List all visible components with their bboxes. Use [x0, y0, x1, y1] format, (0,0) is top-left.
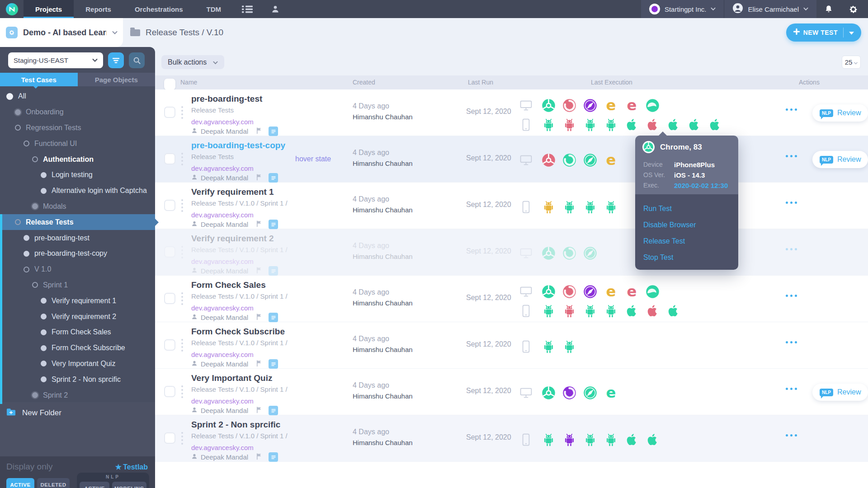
flag-icon[interactable] [256, 453, 262, 461]
edgec-browser-icon[interactable] [646, 285, 660, 299]
row-checkbox[interactable] [164, 246, 175, 258]
flag-icon[interactable] [256, 360, 262, 368]
android-device-icon[interactable] [542, 304, 556, 318]
apple-device-icon[interactable] [666, 117, 680, 131]
safari-browser-icon[interactable] [583, 386, 597, 400]
note-icon[interactable] [269, 127, 278, 136]
table-row-pre-boarding-test-copy[interactable]: pre-boarding-test-copyRelease Testsdev.a… [155, 136, 868, 183]
android-device-icon[interactable] [562, 339, 576, 353]
tree-item-onboarding[interactable]: Onboarding [0, 104, 155, 120]
edgec-browser-icon[interactable] [646, 99, 660, 113]
table-row-very-important-quiz[interactable]: Very Important QuizRelease Tests / V.1.0… [155, 369, 868, 415]
android-device-icon[interactable] [583, 117, 597, 131]
chrome-browser-icon[interactable] [542, 246, 556, 260]
review-button[interactable]: NLPReview [812, 384, 868, 401]
flag-icon[interactable] [256, 406, 262, 415]
tab-page-objects[interactable]: Page Objects [78, 73, 156, 86]
nav-tab-orchestrations[interactable]: Orchestrations [123, 0, 195, 18]
android-device-icon[interactable] [604, 432, 618, 446]
nav-tab-reports[interactable]: Reports [74, 0, 123, 18]
row-actions-menu[interactable] [786, 434, 797, 436]
safari-browser-icon[interactable] [583, 99, 597, 113]
row-checkbox[interactable] [164, 200, 175, 211]
safari-browser-icon[interactable] [583, 285, 597, 299]
safari-browser-icon[interactable] [583, 153, 597, 167]
firefox-browser-icon[interactable] [562, 246, 576, 260]
firefox-browser-icon[interactable] [562, 99, 576, 113]
tree-item-authentication[interactable]: Authentication [0, 151, 155, 167]
row-checkbox[interactable] [164, 293, 175, 304]
table-row-pre-boarding-test[interactable]: pre-boarding-testRelease Testsdev.agvanc… [155, 89, 868, 136]
edge-browser-icon[interactable]: e [604, 99, 618, 113]
flag-icon[interactable] [256, 267, 262, 275]
apple-device-icon[interactable] [646, 117, 660, 131]
tree-item-form-check-subscribe[interactable]: Form Check Subscribe [0, 340, 155, 356]
row-checkbox[interactable] [164, 432, 175, 444]
disable-browser-action[interactable]: Disable Browser [643, 217, 738, 233]
org-selector[interactable]: Startingpt Inc. [641, 0, 724, 18]
tree-item-release-tests[interactable]: Release Tests [0, 214, 155, 230]
edge-browser-icon[interactable]: e [604, 153, 618, 167]
review-button[interactable]: NLPReview [812, 151, 868, 168]
android-device-icon[interactable] [562, 432, 576, 446]
stop-test-action[interactable]: Stop Test [643, 249, 738, 266]
android-device-icon[interactable] [583, 200, 597, 214]
bulk-actions-select[interactable]: Bulk actions [161, 55, 224, 69]
chevron-down-icon[interactable] [849, 28, 854, 37]
row-actions-menu[interactable] [786, 155, 797, 157]
firefox-browser-icon[interactable] [562, 153, 576, 167]
tree-item-sprint-2-non-sprcific[interactable]: Sprint 2 - Non sprcific [0, 371, 155, 387]
android-device-icon[interactable] [562, 304, 576, 318]
test-url-link[interactable]: dev.agvancesky.com [191, 351, 254, 358]
tree-item-modals[interactable]: Modals [0, 199, 155, 215]
nlp-modeling-button[interactable]: MODELING [112, 482, 146, 488]
note-icon[interactable] [269, 359, 278, 369]
project-selector[interactable]: Demo - AI based Learning w... [0, 18, 123, 47]
drag-handle[interactable] [181, 197, 183, 214]
row-actions-menu[interactable] [786, 248, 797, 250]
edge-browser-icon[interactable]: e [604, 386, 618, 400]
android-device-icon[interactable] [583, 432, 597, 446]
table-row-verify-requirement-2[interactable]: Verify requirement 2Release Tests / V.1.… [155, 229, 868, 276]
settings-gear-icon[interactable] [841, 0, 868, 18]
search-button[interactable] [129, 52, 145, 68]
android-device-icon[interactable] [542, 117, 556, 131]
filter-button[interactable] [108, 52, 124, 68]
tree-item-verify-requirement-2[interactable]: Verify requirement 2 [0, 309, 155, 324]
tree-item-login-testing[interactable]: Login testing [0, 167, 155, 183]
nav-tab-projects[interactable]: Projects [24, 0, 74, 18]
android-device-icon[interactable] [562, 117, 576, 131]
page-size-select[interactable]: 25 [842, 56, 861, 69]
app-logo[interactable] [0, 0, 24, 18]
test-url-link[interactable]: dev.agvancesky.com [191, 304, 254, 312]
note-icon[interactable] [269, 173, 278, 183]
nav-tab-tdm[interactable]: TDM [195, 0, 233, 18]
android-device-icon[interactable] [542, 339, 556, 353]
table-row-verify-requirement-1[interactable]: Verify requirement 1Release Tests / V.1.… [155, 183, 868, 229]
test-name-link[interactable]: pre-boarding-test [191, 94, 262, 104]
test-url-link[interactable]: dev.agvancesky.com [191, 164, 254, 172]
apple-device-icon[interactable] [646, 304, 660, 318]
test-name-link[interactable]: Sprint 2 - Non sprcific [191, 420, 280, 430]
chrome-browser-icon[interactable] [542, 386, 556, 400]
flag-icon[interactable] [256, 313, 262, 322]
row-actions-menu[interactable] [786, 202, 797, 204]
run-test-action[interactable]: Run Test [643, 201, 738, 217]
release-test-action[interactable]: Release Test [643, 233, 738, 249]
chrome-browser-icon[interactable] [542, 153, 556, 167]
test-url-link[interactable]: dev.agvancesky.com [191, 211, 254, 219]
new-test-button[interactable]: NEW TEST [786, 23, 861, 42]
drag-handle[interactable] [181, 337, 183, 353]
tree-item-v-1-0[interactable]: V 1.0 [0, 262, 155, 277]
flag-icon[interactable] [256, 220, 262, 229]
tree-item-pre-boarding-test[interactable]: pre-boarding-test [0, 230, 155, 246]
environment-select[interactable]: Staging-US-EAST [8, 52, 103, 68]
drag-handle[interactable] [181, 291, 183, 307]
tree-item-all[interactable]: All [0, 89, 155, 104]
safari-browser-icon[interactable] [583, 246, 597, 260]
android-device-icon[interactable] [542, 200, 556, 214]
note-icon[interactable] [269, 220, 278, 229]
user-selector[interactable]: Elise Carmichael [724, 0, 816, 18]
test-url-link[interactable]: dev.agvancesky.com [191, 444, 254, 451]
drag-handle[interactable] [181, 244, 183, 260]
